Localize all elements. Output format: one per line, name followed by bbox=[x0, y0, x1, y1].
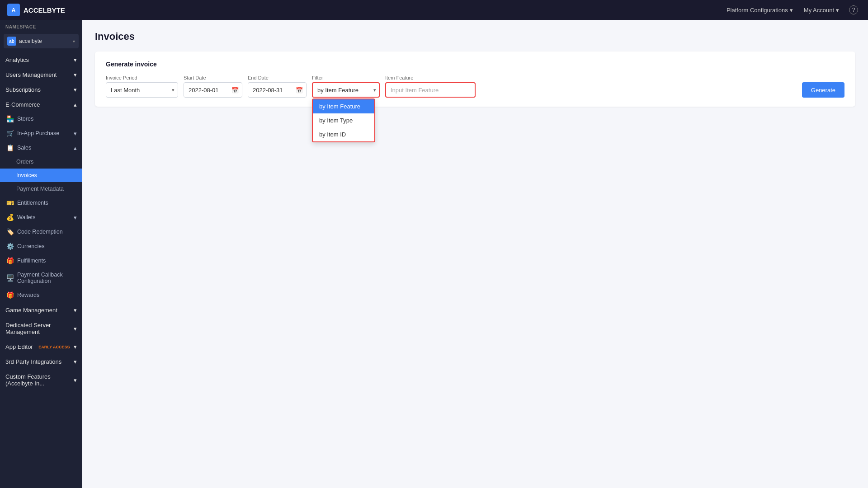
sidebar-item-custom-features[interactable]: Custom Features (Accelbyte In... ▾ bbox=[0, 369, 82, 390]
fulfillments-label: Fulfillments bbox=[17, 258, 46, 264]
in-app-purchase-icon: 🛒 bbox=[6, 130, 14, 137]
sidebar-item-sales[interactable]: 📋 Sales ▴ bbox=[0, 141, 82, 155]
in-app-purchase-chevron-icon: ▾ bbox=[74, 130, 77, 137]
end-date-input[interactable] bbox=[248, 82, 307, 98]
form-row: Invoice Period Last Month This Month Cus… bbox=[106, 75, 844, 98]
namespace-label: NAMESPACE bbox=[0, 20, 82, 32]
ecommerce-section: E-Commerce ▴ 🏪 Stores 🛒 In-App Purchase … bbox=[0, 97, 82, 302]
code-redemption-icon: 🏷️ bbox=[6, 228, 14, 235]
custom-features-section: Custom Features (Accelbyte In... ▾ bbox=[0, 369, 82, 390]
end-date-wrapper bbox=[248, 82, 307, 98]
wallets-icon: 💰 bbox=[6, 214, 14, 221]
main-content: Invoices Generate invoice Invoice Period… bbox=[82, 20, 868, 488]
sales-label: Sales bbox=[17, 145, 31, 151]
app-editor-chevron-icon: ▾ bbox=[74, 343, 77, 350]
namespace-selector[interactable]: ab accelbyte ▾ bbox=[4, 34, 79, 48]
logo-icon: A bbox=[7, 4, 20, 16]
filter-select[interactable]: by Item Feature by Item Type by Item ID bbox=[312, 82, 380, 98]
sidebar-item-users-management[interactable]: Users Management ▾ bbox=[0, 67, 82, 82]
entitlements-icon: 🎫 bbox=[6, 199, 14, 206]
orders-label: Orders bbox=[16, 159, 33, 165]
invoice-period-select[interactable]: Last Month This Month Custom bbox=[106, 82, 178, 98]
sidebar-item-wallets[interactable]: 💰 Wallets ▾ bbox=[0, 210, 82, 225]
end-date-label: End Date bbox=[248, 75, 307, 80]
filter-dropdown-menu: by Item Feature by Item Type by Item ID bbox=[312, 99, 375, 142]
in-app-purchase-label: In-App Purchase bbox=[17, 130, 59, 136]
layout: NAMESPACE ab accelbyte ▾ Analytics ▾ Use… bbox=[0, 20, 868, 488]
game-management-label: Game Management bbox=[5, 307, 57, 314]
platform-configs-button[interactable]: Platform Configurations ▾ bbox=[723, 5, 797, 15]
sidebar-item-orders[interactable]: Orders bbox=[0, 155, 82, 169]
app-editor-section: App Editor EARLY ACCESS ▾ bbox=[0, 339, 82, 354]
rewards-icon: 🎁 bbox=[6, 291, 14, 299]
account-button[interactable]: My Account ▾ bbox=[800, 5, 843, 15]
currencies-label: Currencies bbox=[17, 243, 44, 249]
sidebar: NAMESPACE ab accelbyte ▾ Analytics ▾ Use… bbox=[0, 20, 82, 488]
filter-dropdown-item-by-item-id[interactable]: by Item ID bbox=[313, 127, 374, 141]
wallets-chevron-icon: ▾ bbox=[74, 214, 77, 221]
sidebar-item-payment-metadata[interactable]: Payment Metadata bbox=[0, 182, 82, 196]
third-party-section: 3rd Party Integrations ▾ bbox=[0, 354, 82, 369]
sidebar-item-currencies[interactable]: ⚙️ Currencies bbox=[0, 239, 82, 253]
namespace-icon: ab bbox=[7, 37, 16, 46]
card-title: Generate invoice bbox=[106, 61, 844, 68]
filter-dropdown-item-by-item-feature[interactable]: by Item Feature bbox=[313, 99, 374, 113]
help-button[interactable]: ? bbox=[846, 3, 861, 17]
analytics-chevron-icon: ▾ bbox=[74, 56, 77, 63]
sidebar-item-analytics[interactable]: Analytics ▾ bbox=[0, 52, 82, 67]
logo: A ACCELBYTE bbox=[7, 4, 65, 16]
sidebar-item-game-management[interactable]: Game Management ▾ bbox=[0, 302, 82, 317]
users-management-section: Users Management ▾ bbox=[0, 67, 82, 82]
end-date-group: End Date bbox=[248, 75, 307, 98]
start-date-label: Start Date bbox=[184, 75, 242, 80]
generate-button[interactable]: Generate bbox=[802, 82, 844, 98]
sidebar-item-fulfillments[interactable]: 🎁 Fulfillments bbox=[0, 253, 82, 268]
sidebar-item-3rd-party-integrations[interactable]: 3rd Party Integrations ▾ bbox=[0, 354, 82, 369]
invoice-period-select-wrapper: Last Month This Month Custom bbox=[106, 82, 178, 98]
entitlements-label: Entitlements bbox=[17, 200, 48, 206]
invoices-label: Invoices bbox=[16, 172, 37, 178]
payment-metadata-label: Payment Metadata bbox=[16, 186, 64, 192]
sales-chevron-icon: ▴ bbox=[74, 145, 77, 151]
currencies-icon: ⚙️ bbox=[6, 243, 14, 250]
item-feature-group: Item Feature bbox=[385, 75, 476, 98]
namespace-name: accelbyte bbox=[19, 38, 70, 44]
sidebar-item-entitlements[interactable]: 🎫 Entitlements bbox=[0, 196, 82, 210]
sidebar-item-dedicated-server-management[interactable]: Dedicated Server Management ▾ bbox=[0, 317, 82, 339]
custom-features-chevron-icon: ▾ bbox=[74, 377, 77, 384]
sidebar-item-ecommerce[interactable]: E-Commerce ▴ bbox=[0, 97, 82, 112]
subscriptions-label: Subscriptions bbox=[5, 86, 41, 93]
subscriptions-section: Subscriptions ▾ bbox=[0, 82, 82, 97]
3rd-party-chevron-icon: ▾ bbox=[74, 358, 77, 365]
users-management-chevron-icon: ▾ bbox=[74, 71, 77, 78]
sidebar-item-rewards[interactable]: 🎁 Rewards bbox=[0, 288, 82, 302]
wallets-label: Wallets bbox=[17, 214, 36, 221]
early-access-badge: EARLY ACCESS bbox=[37, 344, 71, 350]
analytics-section: Analytics ▾ bbox=[0, 52, 82, 67]
sidebar-item-stores[interactable]: 🏪 Stores bbox=[0, 112, 82, 126]
page-title: Invoices bbox=[95, 31, 855, 42]
start-date-wrapper bbox=[184, 82, 242, 98]
sidebar-item-invoices[interactable]: Invoices bbox=[0, 169, 82, 182]
filter-dropdown-item-by-item-type[interactable]: by Item Type bbox=[313, 113, 374, 127]
sidebar-item-subscriptions[interactable]: Subscriptions ▾ bbox=[0, 82, 82, 97]
custom-features-label: Custom Features (Accelbyte In... bbox=[5, 373, 74, 387]
item-feature-input[interactable] bbox=[385, 82, 476, 98]
sidebar-item-in-app-purchase[interactable]: 🛒 In-App Purchase ▾ bbox=[0, 126, 82, 141]
game-management-section: Game Management ▾ bbox=[0, 302, 82, 317]
topnav-left: A ACCELBYTE bbox=[7, 4, 65, 16]
logo-text: ACCELBYTE bbox=[24, 6, 65, 14]
stores-label: Stores bbox=[17, 116, 33, 122]
platform-configs-chevron-icon: ▾ bbox=[790, 7, 793, 14]
ecommerce-label: E-Commerce bbox=[5, 101, 40, 108]
namespace-chevron-icon: ▾ bbox=[73, 39, 75, 44]
sidebar-item-app-editor[interactable]: App Editor EARLY ACCESS ▾ bbox=[0, 339, 82, 354]
platform-configs-label: Platform Configurations bbox=[726, 7, 788, 14]
sidebar-item-payment-callback-config[interactable]: 🖥️ Payment Callback Configuration bbox=[0, 268, 82, 288]
start-date-input[interactable] bbox=[184, 82, 242, 98]
topnav: A ACCELBYTE Platform Configurations ▾ My… bbox=[0, 0, 868, 20]
account-label: My Account bbox=[804, 7, 834, 14]
sales-icon: 📋 bbox=[6, 144, 14, 151]
sidebar-item-code-redemption[interactable]: 🏷️ Code Redemption bbox=[0, 225, 82, 239]
start-date-group: Start Date bbox=[184, 75, 242, 98]
